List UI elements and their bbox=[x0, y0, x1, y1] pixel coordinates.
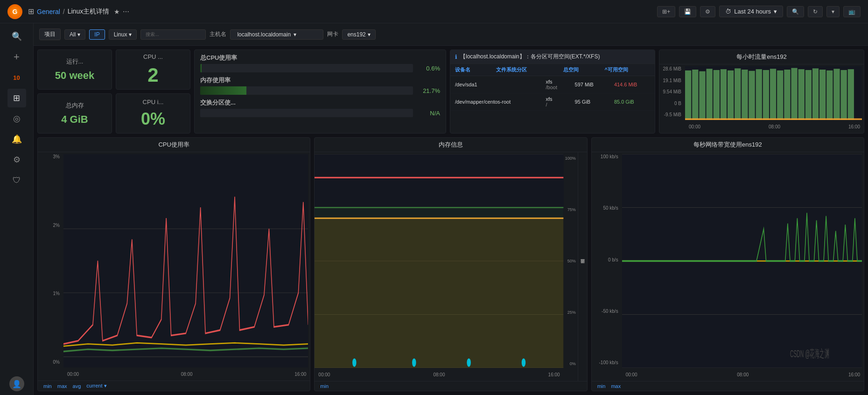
fs-1: xfs/boot bbox=[541, 76, 570, 93]
linux-label: Linux bbox=[114, 31, 127, 38]
apps-grid-icon: ⊞ bbox=[28, 7, 34, 16]
ns-y3: -50 kb/s bbox=[592, 309, 620, 314]
legend-avg[interactable]: avg bbox=[73, 383, 81, 389]
mem-x0: 00:00 bbox=[318, 372, 330, 377]
chevron-down-linux: ▾ bbox=[129, 31, 132, 38]
nic-select[interactable]: ens192 ▾ bbox=[342, 29, 375, 40]
col-device: 设备名 bbox=[450, 64, 491, 76]
zoom-out-button[interactable]: 🔍 bbox=[787, 6, 804, 17]
sidebar-shield[interactable]: 🛡 bbox=[7, 171, 26, 190]
sidebar-explore[interactable]: ◎ bbox=[7, 109, 26, 128]
breadcrumb-general[interactable]: General bbox=[37, 8, 60, 15]
svg-rect-16 bbox=[798, 69, 805, 120]
project-filter[interactable]: 项目 bbox=[39, 28, 61, 40]
sidebar-add[interactable]: + bbox=[7, 48, 26, 66]
swap-gauge-row: 交换分区使... N/A bbox=[200, 99, 440, 117]
memory-inner: 100% 75% 50% 25% 0% 00:00 08:00 16:00 bbox=[315, 152, 577, 381]
share-icon[interactable]: ⋯ bbox=[123, 8, 129, 15]
cpu-gauge-bar-wrap: 0.6% bbox=[200, 64, 440, 72]
cpu-chart-svg bbox=[63, 154, 308, 367]
breadcrumb: ⊞ General / Linux主机详情 ★ ⋯ bbox=[28, 7, 129, 16]
svg-rect-0 bbox=[685, 71, 691, 120]
settings-button[interactable]: ⚙ bbox=[700, 6, 715, 17]
hostname-label: 主机名 bbox=[210, 30, 226, 38]
svg-rect-17 bbox=[805, 70, 812, 120]
cpu-y1: 2% bbox=[38, 223, 62, 228]
x-axis-memory: 00:00 08:00 16:00 bbox=[315, 368, 563, 381]
x0: 00:00 bbox=[689, 124, 700, 129]
mem-r1: 75% bbox=[564, 207, 578, 212]
row-bottom: CPU使用率 3% 2% 1% 0% bbox=[37, 137, 864, 391]
disk-table-body: /dev/sda1 xfs/boot 597 MiB 414.6 MiB /de… bbox=[450, 76, 655, 127]
total-ram-card: 总内存 4 GiB bbox=[37, 93, 112, 134]
logo-icon: G bbox=[7, 4, 22, 19]
mem-x2: 16:00 bbox=[548, 372, 560, 377]
sidebar-alerting[interactable]: 🔔 bbox=[7, 130, 26, 148]
svg-rect-3 bbox=[706, 69, 712, 120]
svg-rect-23 bbox=[848, 69, 854, 120]
tv-button[interactable]: 📺 bbox=[843, 6, 861, 17]
add-panel-button[interactable]: ⊞+ bbox=[657, 6, 675, 17]
time-range-button[interactable]: ⏱ Last 24 hours ▾ bbox=[719, 6, 783, 17]
cpu-gauge-title: 总CPU使用率 bbox=[200, 54, 440, 62]
sidebar-search[interactable]: 🔍 bbox=[7, 27, 26, 46]
ns-x0: 00:00 bbox=[626, 372, 637, 377]
svg-rect-6 bbox=[728, 71, 734, 120]
y-axis-right: 100% 75% 50% 25% 0% bbox=[564, 154, 578, 368]
disk-table-data: /dev/sda1 xfs/boot 597 MiB 414.6 MiB /de… bbox=[450, 76, 655, 111]
svg-rect-12 bbox=[770, 69, 776, 120]
avail-2: 85.0 GiB bbox=[609, 93, 655, 111]
ns-legend-max[interactable]: max bbox=[611, 383, 621, 389]
main-content: 项目 All ▾ IP Linux ▾ 搜索... 主机名 localhost.… bbox=[34, 23, 868, 395]
y-axis-cpu: 3% 2% 1% 0% bbox=[38, 152, 63, 367]
clock-icon: ⏱ bbox=[725, 8, 731, 15]
cpu-legend: min max avg current ▾ bbox=[38, 381, 310, 391]
svg-rect-2 bbox=[699, 71, 705, 120]
sidebar-config[interactable]: ⚙ bbox=[7, 150, 26, 169]
mem-legend-min[interactable]: min bbox=[320, 383, 329, 389]
stat-pair-left: 运行... 50 week 总内存 4 GiB bbox=[37, 49, 112, 134]
chevron-down-all: ▾ bbox=[77, 31, 80, 38]
breadcrumb-page: Linux主机详情 bbox=[68, 7, 109, 16]
mem-r3: 25% bbox=[564, 310, 578, 315]
legend-current[interactable]: current ▾ bbox=[86, 383, 106, 389]
ns-y0: 100 kb/s bbox=[592, 154, 620, 159]
x2: 16:00 bbox=[848, 124, 860, 129]
legend-max[interactable]: max bbox=[57, 383, 67, 389]
swap-gauge-val: N/A bbox=[417, 110, 440, 117]
svg-point-39 bbox=[412, 358, 416, 367]
ram-gauge-row: 内存使用率 21.7% bbox=[200, 76, 440, 95]
sidebar-dashboards[interactable]: ⊞ bbox=[7, 89, 26, 107]
time-range-label: Last 24 hours bbox=[734, 8, 771, 15]
swap-gauge-bar bbox=[200, 109, 413, 117]
x-axis-network-hourly: 00:00 08:00 16:00 bbox=[685, 120, 864, 133]
network-sec-body: 100 kb/s 50 kb/s 0 b/s -50 kb/s -100 kb/… bbox=[592, 152, 864, 381]
svg-text:CSDN @花海之渊: CSDN @花海之渊 bbox=[790, 347, 829, 360]
user-avatar[interactable]: 👤 bbox=[9, 376, 24, 391]
linux-filter[interactable]: Linux ▾ bbox=[109, 29, 137, 40]
memory-panel: 内存信息 4.66 GiB 3.73 GiB 2.79 GiB 1.86 GiB… bbox=[314, 137, 587, 391]
refresh-button[interactable]: ↻ bbox=[808, 6, 823, 17]
save-button[interactable]: 💾 bbox=[679, 6, 696, 17]
svg-rect-20 bbox=[826, 71, 833, 120]
ram-gauge-fill bbox=[200, 86, 246, 95]
ns-legend-min[interactable]: min bbox=[597, 383, 606, 389]
col-total: 总空间 bbox=[559, 64, 600, 76]
cpu-count-card: CPU ... 2 bbox=[116, 49, 190, 90]
legend-min[interactable]: min bbox=[43, 383, 52, 389]
mem-r4: 0% bbox=[564, 361, 578, 366]
all-filter[interactable]: All ▾ bbox=[64, 29, 85, 40]
x1: 08:00 bbox=[769, 124, 780, 129]
y-axis-netsec: 100 kb/s 50 kb/s 0 b/s -50 kb/s -100 kb/… bbox=[592, 152, 622, 367]
cpu-gauge-fill bbox=[200, 64, 202, 72]
uptime-value: 50 week bbox=[55, 70, 94, 82]
sidebar-notifications[interactable]: 10 bbox=[7, 68, 26, 87]
row-top: 运行... 50 week 总内存 4 GiB CPU ... 2 CPU i.… bbox=[37, 49, 864, 134]
dashboard: 运行... 50 week 总内存 4 GiB CPU ... 2 CPU i.… bbox=[34, 46, 868, 395]
search-tag[interactable]: 搜索... bbox=[140, 29, 206, 40]
ip-filter[interactable]: IP bbox=[89, 29, 105, 40]
chevron-down-refresh[interactable]: ▾ bbox=[826, 6, 840, 17]
fs-2: xfs/ bbox=[541, 93, 570, 111]
hostname-select[interactable]: localhost.localdomain ▾ bbox=[230, 29, 323, 40]
star-icon[interactable]: ★ bbox=[114, 8, 120, 15]
